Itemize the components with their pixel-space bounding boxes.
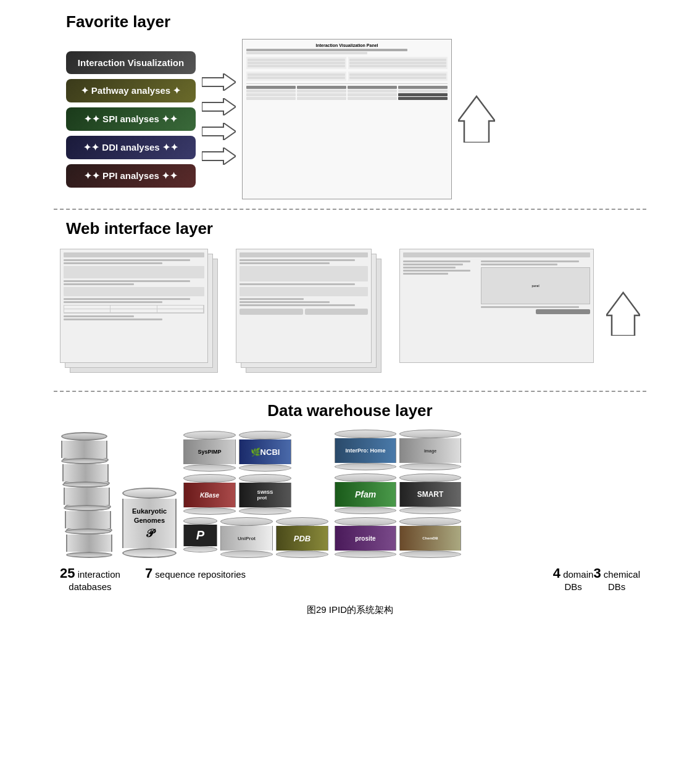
arrow-4-icon xyxy=(202,148,236,165)
cyl-5 xyxy=(61,432,107,464)
kbase-label: KBase xyxy=(200,492,219,499)
interpro-body: InterPro: Home xyxy=(335,438,396,463)
chem-cylinder: ChemDB xyxy=(399,517,461,558)
kbase-cylinder: KBase xyxy=(183,474,236,515)
arrow-3-icon xyxy=(202,123,236,140)
data-warehouse-title: Data warehouse layer xyxy=(54,401,646,420)
eukaryotic-cylinder: EukaryoticGenomes 𝒫 xyxy=(122,488,177,558)
arrow-2-icon xyxy=(202,98,236,115)
web-screen-2 xyxy=(236,249,372,363)
pathway-button[interactable]: ✦ Pathway analyses ✦ xyxy=(66,79,196,102)
interaction-count: 25 xyxy=(60,565,75,581)
syspimp-bottom xyxy=(183,464,236,472)
favorite-layer: Favorite layer Interaction Visualization… xyxy=(54,12,646,199)
arrows-area xyxy=(202,73,236,165)
p-cyl-bottom xyxy=(183,546,217,552)
pic-cylinder: image xyxy=(399,430,461,470)
pic-label: image xyxy=(424,449,436,453)
syspimp-top xyxy=(183,431,236,439)
swissprot-cylinder: SWISSprot xyxy=(239,474,291,515)
cylinder-stack xyxy=(60,435,115,558)
svg-marker-0 xyxy=(202,73,236,91)
web-screen-1-stack xyxy=(60,249,227,378)
web-layer-title: Web interface layer xyxy=(66,219,646,238)
sequence-cylinders: SysPIMP 🌿NCBI xyxy=(183,431,328,558)
kbase-top xyxy=(183,474,236,483)
interpro-label: InterPro: Home xyxy=(345,447,385,454)
domain-count: 4 xyxy=(553,565,560,581)
svg-marker-4 xyxy=(458,96,495,143)
domain-label: domainDBs xyxy=(563,569,593,592)
figure-caption: 图29 IPID的系统架构 xyxy=(54,604,646,616)
eukaryotic-cyl-body: EukaryoticGenomes 𝒫 xyxy=(122,499,177,548)
pic-body: image xyxy=(399,438,461,463)
pfam-label: Pfam xyxy=(355,489,376,499)
svg-marker-3 xyxy=(202,148,236,165)
web-screen-1 xyxy=(60,249,208,363)
swissprot-bottom xyxy=(239,507,291,515)
ppi-button[interactable]: ✦✦ PPI analyses ✦✦ xyxy=(66,164,196,188)
seq-row-3: P UniProt xyxy=(183,517,328,558)
chem-body: ChemDB xyxy=(399,526,461,551)
pfam-top xyxy=(335,473,396,482)
chem-bottom xyxy=(399,551,461,558)
interpro-bottom xyxy=(335,463,396,470)
syspimp-body: SysPIMP xyxy=(183,439,236,464)
smart-body: SMART xyxy=(399,482,461,507)
arrow-1-icon xyxy=(202,73,236,91)
seq-row-1: SysPIMP 🌿NCBI xyxy=(183,431,328,472)
pfam-body: Pfam xyxy=(335,482,396,507)
seq-row-2: KBase SWISSprot xyxy=(183,474,328,515)
chemical-stat: 3 chemicalDBs xyxy=(593,565,640,592)
dashed-sep-2 xyxy=(54,391,646,392)
sequence-label: sequence repositories xyxy=(155,569,246,580)
p-cyl-top xyxy=(183,517,217,525)
pdb-label: PDB xyxy=(294,534,310,543)
spi-button[interactable]: ✦✦ SPI analyses ✦✦ xyxy=(66,107,196,131)
prosite-body: prosite xyxy=(335,526,396,551)
domain-stat: 4 domainDBs xyxy=(553,565,594,592)
syspimp-cylinder: SysPIMP xyxy=(183,431,236,472)
eukaryotic-label: EukaryoticGenomes xyxy=(132,507,167,525)
favorite-layer-title: Favorite layer xyxy=(66,12,646,31)
ncbi-label: 🌿NCBI xyxy=(251,447,280,457)
uniprot-cylinder: UniProt xyxy=(220,517,273,558)
interaction-viz-button[interactable]: Interaction Visualization xyxy=(66,51,196,74)
prosite-cylinder: prosite xyxy=(335,517,396,558)
pfam-bottom xyxy=(335,507,396,514)
interaction-stat: 25 interactiondatabases xyxy=(60,565,120,592)
ncbi-body: 🌿NCBI xyxy=(239,439,291,464)
right-cylinder-grid: InterPro: Home image Pfam xyxy=(335,430,461,558)
eukaryotic-cyl-top xyxy=(122,488,177,499)
pic-bottom xyxy=(399,463,461,470)
interaction-label: interactiondatabases xyxy=(69,569,120,592)
ncbi-cylinder: 🌿NCBI xyxy=(239,431,291,472)
pfam-cylinder: Pfam xyxy=(335,473,396,514)
swissprot-body: SWISSprot xyxy=(239,483,291,507)
prosite-top xyxy=(335,517,396,526)
p-cyl-body: P xyxy=(183,525,217,546)
chemical-label: chemicalDBs xyxy=(604,569,640,592)
pdb-bottom xyxy=(276,551,328,558)
favorite-content: Interaction Visualization ✦ Pathway anal… xyxy=(54,39,646,199)
swissprot-label: SWISSprot xyxy=(257,489,273,501)
sequence-stat: 7 sequence repositories xyxy=(145,565,246,581)
svg-marker-2 xyxy=(202,123,236,140)
interpro-top xyxy=(335,430,396,438)
uniprot-bottom xyxy=(220,551,273,558)
pdb-cylinder: PDB xyxy=(276,517,328,558)
web-screens: panel xyxy=(54,246,646,381)
p-symbol: P xyxy=(196,528,204,543)
web-interface-layer: Web interface layer xyxy=(54,219,646,381)
stats-row: 25 interactiondatabases 7 sequence repos… xyxy=(54,558,646,592)
ncbi-bottom xyxy=(239,464,291,472)
pdb-body: PDB xyxy=(276,526,328,551)
swissprot-top xyxy=(239,474,291,483)
favorite-screenshot: Interaction Visualization Panel xyxy=(242,39,452,199)
interpro-cylinder: InterPro: Home xyxy=(335,430,396,470)
data-warehouse-layer: Data warehouse layer xyxy=(54,401,646,592)
web-screen-3: panel xyxy=(399,249,594,363)
ddi-button[interactable]: ✦✦ DDI analyses ✦✦ xyxy=(66,136,196,159)
svg-marker-5 xyxy=(606,293,640,336)
interaction-databases-group xyxy=(60,435,115,558)
